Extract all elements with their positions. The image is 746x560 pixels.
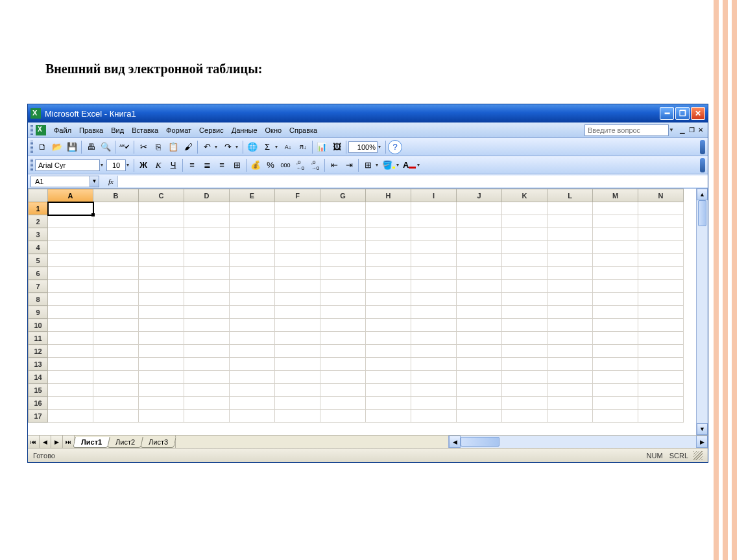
row-header[interactable]: 2 [29, 215, 48, 228]
cell[interactable] [48, 371, 93, 384]
cell[interactable] [547, 293, 593, 306]
toolbar-handle[interactable] [30, 125, 33, 135]
align-right-icon[interactable]: ≡ [215, 158, 229, 172]
row-header[interactable]: 11 [29, 332, 48, 345]
cell[interactable] [48, 358, 93, 371]
cell[interactable] [457, 371, 502, 384]
cell[interactable] [48, 397, 93, 410]
cell[interactable] [139, 241, 184, 254]
cell[interactable] [547, 345, 593, 358]
mdi-restore-button[interactable]: ❐ [687, 126, 696, 134]
toolbar-end-grip[interactable] [700, 140, 705, 154]
underline-button[interactable]: Ч [166, 158, 180, 172]
cell[interactable] [93, 228, 139, 241]
cell[interactable] [366, 215, 411, 228]
decrease-decimal-icon[interactable]: ,0→0 [308, 158, 322, 172]
percent-icon[interactable]: % [263, 158, 278, 172]
cell[interactable] [275, 384, 320, 397]
cell[interactable] [366, 254, 411, 267]
cell[interactable] [593, 332, 638, 345]
cell[interactable] [502, 215, 547, 228]
toolbar-handle[interactable] [30, 159, 33, 172]
chart-wizard-icon[interactable]: 📊 [315, 140, 329, 154]
cell[interactable] [366, 241, 411, 254]
cell[interactable] [139, 397, 184, 410]
cell[interactable] [457, 358, 502, 371]
column-header[interactable]: B [93, 189, 139, 202]
cell[interactable] [502, 267, 547, 280]
mdi-minimize-button[interactable]: ▁ [678, 126, 687, 134]
cell[interactable] [230, 215, 275, 228]
cell[interactable] [230, 397, 275, 410]
cell[interactable] [457, 306, 502, 319]
cell[interactable] [184, 267, 230, 280]
cell[interactable] [320, 371, 366, 384]
cell[interactable] [93, 306, 139, 319]
cell[interactable] [48, 202, 93, 215]
toolbar-handle[interactable] [30, 141, 33, 154]
cell[interactable] [184, 202, 230, 215]
cell[interactable] [411, 319, 457, 332]
autosum-dropdown-icon[interactable]: ▾ [275, 144, 280, 150]
cell[interactable] [230, 228, 275, 241]
cell[interactable] [230, 410, 275, 423]
row-header[interactable]: 13 [29, 358, 48, 371]
cell[interactable] [93, 215, 139, 228]
sheet-tab[interactable]: Лист3 [140, 437, 176, 448]
cell[interactable] [230, 306, 275, 319]
cell[interactable] [366, 267, 411, 280]
cell[interactable] [48, 345, 93, 358]
cell[interactable] [547, 215, 593, 228]
cell[interactable] [275, 345, 320, 358]
cell[interactable] [593, 254, 638, 267]
cell[interactable] [457, 228, 502, 241]
cell[interactable] [275, 254, 320, 267]
cell[interactable] [93, 358, 139, 371]
cell[interactable] [366, 358, 411, 371]
scroll-down-icon[interactable]: ▼ [697, 423, 708, 435]
cell[interactable] [184, 371, 230, 384]
cell[interactable] [320, 202, 366, 215]
cell[interactable] [320, 228, 366, 241]
cell[interactable] [411, 293, 457, 306]
open-icon[interactable]: 📂 [50, 140, 64, 154]
horizontal-scroll-thumb[interactable] [461, 437, 499, 447]
cell[interactable] [275, 397, 320, 410]
cell[interactable] [320, 410, 366, 423]
cell[interactable] [593, 384, 638, 397]
cell[interactable] [411, 241, 457, 254]
cell[interactable] [547, 254, 593, 267]
sort-desc-icon[interactable]: Я↓ [296, 140, 310, 154]
cell[interactable] [139, 319, 184, 332]
cell[interactable] [366, 332, 411, 345]
cell[interactable] [638, 254, 684, 267]
zoom-input[interactable]: 100% [348, 141, 378, 153]
cell[interactable] [48, 306, 93, 319]
cell[interactable] [275, 410, 320, 423]
sheet-tab-active[interactable]: Лист1 [73, 437, 110, 448]
cell[interactable] [457, 397, 502, 410]
cell[interactable] [230, 267, 275, 280]
vertical-scroll-thumb[interactable] [698, 200, 706, 226]
cell[interactable] [48, 241, 93, 254]
menu-file[interactable]: Файл [50, 125, 75, 135]
cell[interactable] [93, 254, 139, 267]
cell[interactable] [93, 293, 139, 306]
print-icon[interactable]: 🖶 [84, 140, 98, 154]
hyperlink-icon[interactable]: 🌐 [245, 140, 259, 154]
row-header[interactable]: 14 [29, 371, 48, 384]
cell[interactable] [593, 215, 638, 228]
cell[interactable] [320, 215, 366, 228]
cell[interactable] [411, 371, 457, 384]
cell-grid[interactable]: ABCDEFGHIJKLMN1234567891011121314151617 [28, 189, 684, 423]
cell[interactable] [184, 280, 230, 293]
format-painter-icon[interactable]: 🖌 [181, 140, 195, 154]
cell[interactable] [638, 345, 684, 358]
cell[interactable] [457, 384, 502, 397]
cell[interactable] [502, 410, 547, 423]
row-header[interactable]: 15 [29, 384, 48, 397]
cell[interactable] [502, 345, 547, 358]
cell[interactable] [275, 202, 320, 215]
cell[interactable] [547, 397, 593, 410]
autosum-icon[interactable]: Σ [260, 140, 274, 154]
